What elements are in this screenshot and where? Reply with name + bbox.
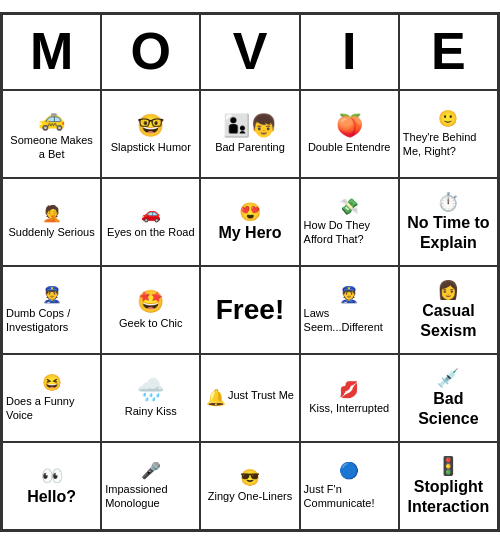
cell-label: Dumb Cops / Investigators: [6, 306, 97, 335]
cell-emoji: 🔔: [206, 388, 226, 407]
cell-emoji: 🙂: [438, 109, 458, 128]
cell-label: Suddenly Serious: [8, 225, 94, 239]
cell-label: Eyes on the Road: [107, 225, 194, 239]
cell-label: Bad Parenting: [215, 140, 285, 154]
cell-emoji: 🤓: [137, 113, 164, 139]
cell-label: Rainy Kiss: [125, 404, 177, 418]
header-letter: V: [200, 14, 299, 89]
cell-emoji: 💉: [437, 367, 459, 389]
bingo-cell-r1c2[interactable]: 🤓Slapstick Humor: [101, 90, 200, 178]
cell-label: Stoplight Interaction: [403, 477, 494, 515]
bingo-cell-r4c5[interactable]: 💉Bad Science: [399, 354, 498, 442]
bingo-cell-r4c4[interactable]: 💋Kiss, Interrupted: [300, 354, 399, 442]
cell-label: Kiss, Interrupted: [309, 401, 389, 415]
bingo-cell-r3c3[interactable]: Free!: [200, 266, 299, 354]
cell-label: Laws Seem...Different: [304, 306, 395, 335]
cell-label: How Do They Afford That?: [304, 218, 395, 247]
bingo-cell-r2c4[interactable]: 💸How Do They Afford That?: [300, 178, 399, 266]
bingo-cell-r5c4[interactable]: 🔵Just F'n Communicate!: [300, 442, 399, 530]
cell-label: Hello?: [27, 487, 76, 506]
cell-emoji: 😎: [240, 468, 260, 487]
cell-label: Someone Makes a Bet: [6, 133, 97, 162]
cell-emoji: 😍: [239, 201, 261, 223]
cell-emoji: 👨‍👦👦: [223, 113, 277, 139]
cell-emoji: 🚗: [141, 204, 161, 223]
bingo-cell-r1c1[interactable]: 🚕Someone Makes a Bet: [2, 90, 101, 178]
cell-emoji: 🌧️: [137, 377, 164, 403]
bingo-cell-r3c1[interactable]: 👮Dumb Cops / Investigators: [2, 266, 101, 354]
bingo-header: MOVIE: [2, 14, 498, 89]
bingo-cell-r5c2[interactable]: 🎤Impassioned Monologue: [101, 442, 200, 530]
bingo-cell-r1c3[interactable]: 👨‍👦👦Bad Parenting: [200, 90, 299, 178]
cell-emoji: 💸: [339, 197, 359, 216]
cell-label: Geek to Chic: [119, 316, 183, 330]
cell-label: Does a Funny Voice: [6, 394, 97, 423]
cell-emoji: 🚦: [437, 455, 459, 477]
cell-emoji: 🤩: [137, 289, 164, 315]
bingo-cell-r3c4[interactable]: 👮Laws Seem...Different: [300, 266, 399, 354]
bingo-cell-r2c2[interactable]: 🚗Eyes on the Road: [101, 178, 200, 266]
cell-emoji: 🤦: [42, 204, 62, 223]
cell-label: They're Behind Me, Right?: [403, 130, 494, 159]
cell-emoji: 😆: [42, 373, 62, 392]
bingo-cell-r3c2[interactable]: 🤩Geek to Chic: [101, 266, 200, 354]
bingo-cell-r5c5[interactable]: 🚦Stoplight Interaction: [399, 442, 498, 530]
bingo-cell-r1c4[interactable]: 🍑Double Entendre: [300, 90, 399, 178]
bingo-cell-r1c5[interactable]: 🙂They're Behind Me, Right?: [399, 90, 498, 178]
bingo-card: MOVIE 🚕Someone Makes a Bet🤓Slapstick Hum…: [0, 12, 500, 531]
header-letter: I: [300, 14, 399, 89]
cell-emoji: 🚕: [38, 106, 65, 132]
cell-label: Slapstick Humor: [111, 140, 191, 154]
cell-label: Just F'n Communicate!: [304, 482, 395, 511]
cell-emoji: 👀: [41, 465, 63, 487]
header-letter: M: [2, 14, 101, 89]
bingo-cell-r3c5[interactable]: 👩Casual Sexism: [399, 266, 498, 354]
header-letter: E: [399, 14, 498, 89]
cell-label: No Time to Explain: [403, 213, 494, 251]
bingo-cell-r4c2[interactable]: 🌧️Rainy Kiss: [101, 354, 200, 442]
cell-label: Casual Sexism: [403, 301, 494, 339]
bingo-cell-r5c3[interactable]: 😎Zingy One-Liners: [200, 442, 299, 530]
bingo-cell-r4c1[interactable]: 😆Does a Funny Voice: [2, 354, 101, 442]
bingo-grid: 🚕Someone Makes a Bet🤓Slapstick Humor👨‍👦👦…: [2, 90, 498, 530]
cell-label: Impassioned Monologue: [105, 482, 196, 511]
cell-emoji: 👮: [339, 285, 359, 304]
cell-label: Bad Science: [403, 389, 494, 427]
cell-label: Zingy One-Liners: [208, 489, 292, 503]
cell-emoji: 🍑: [336, 113, 363, 139]
cell-emoji: 👮: [42, 285, 62, 304]
bingo-cell-r2c5[interactable]: ⏱️No Time to Explain: [399, 178, 498, 266]
cell-emoji: 🔵: [339, 461, 359, 480]
bingo-cell-r4c3[interactable]: 🔔Just Trust Me: [200, 354, 299, 442]
bingo-cell-r2c1[interactable]: 🤦Suddenly Serious: [2, 178, 101, 266]
cell-emoji: 👩: [437, 279, 459, 301]
cell-emoji: 🎤: [141, 461, 161, 480]
cell-emoji: ⏱️: [437, 191, 459, 213]
cell-label: Double Entendre: [308, 140, 391, 154]
bingo-cell-r5c1[interactable]: 👀Hello?: [2, 442, 101, 530]
free-space-label: Free!: [216, 294, 284, 326]
cell-label: Just Trust Me: [228, 388, 294, 402]
bingo-cell-r2c3[interactable]: 😍My Hero: [200, 178, 299, 266]
header-letter: O: [101, 14, 200, 89]
cell-emoji: 💋: [339, 380, 359, 399]
cell-label: My Hero: [218, 223, 281, 242]
